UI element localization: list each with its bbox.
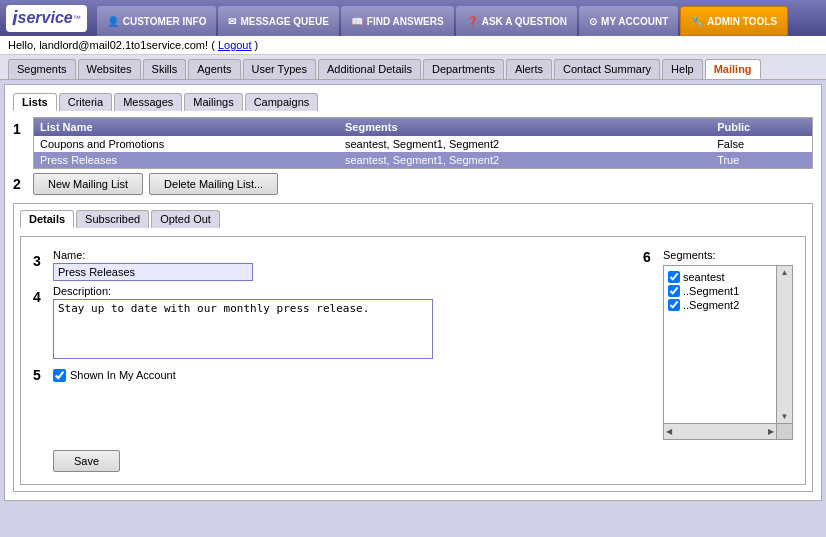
tab-contact-summary[interactable]: Contact Summary bbox=[554, 59, 660, 79]
greeting-text: Hello, landlord@mail02.1to1service.com! bbox=[8, 39, 208, 51]
shown-in-my-account-checkbox[interactable] bbox=[53, 369, 66, 382]
inner-tab-messages[interactable]: Messages bbox=[114, 93, 182, 111]
row-list-name-1: Coupons and Promotions bbox=[34, 136, 339, 152]
ask-question-label: ASK A QUESTION bbox=[482, 16, 567, 27]
inner-tab-lists[interactable]: Lists bbox=[13, 93, 57, 111]
row-public-2: True bbox=[711, 152, 812, 168]
list-table: List Name Segments Public Coupons and Pr… bbox=[34, 118, 812, 168]
tab-user-types[interactable]: User Types bbox=[243, 59, 316, 79]
logo: i service ™ bbox=[6, 5, 87, 32]
nav-tab-find-answers[interactable]: 📖 FIND ANSWERS bbox=[341, 6, 454, 36]
row-public-1: False bbox=[711, 136, 812, 152]
description-textarea[interactable] bbox=[53, 299, 433, 359]
col-segments: Segments bbox=[339, 118, 711, 136]
greeting-space: ( bbox=[211, 39, 215, 51]
tab-mailing[interactable]: Mailing bbox=[705, 59, 761, 79]
segment-item-segment1: ..Segment1 bbox=[668, 284, 772, 298]
main-area: Lists Criteria Messages Mailings Campaig… bbox=[4, 84, 822, 501]
delete-mailing-list-button[interactable]: Delete Mailing List... bbox=[149, 173, 278, 195]
section-3-label: 3 bbox=[33, 249, 49, 274]
inner-tabs: Lists Criteria Messages Mailings Campaig… bbox=[13, 93, 813, 111]
segment-label-segment1: ..Segment1 bbox=[683, 285, 739, 297]
col-public: Public bbox=[711, 118, 812, 136]
row-list-name-2: Press Releases bbox=[34, 152, 339, 168]
vscroll-down-icon[interactable]: ▼ bbox=[779, 410, 791, 423]
nav-tab-admin-tools[interactable]: 🔧 ADMIN TOOLS bbox=[680, 6, 788, 36]
find-answers-icon: 📖 bbox=[351, 16, 363, 27]
customer-info-icon: 👤 bbox=[107, 16, 119, 27]
greeting-bar: Hello, landlord@mail02.1to1service.com! … bbox=[0, 36, 826, 55]
segment-item-segment2: ..Segment2 bbox=[668, 298, 772, 312]
section-2-label: 2 bbox=[13, 176, 29, 192]
nav-tab-ask-question[interactable]: ❓ ASK A QUESTION bbox=[456, 6, 577, 36]
nav-tab-my-account[interactable]: ⊙ MY ACCOUNT bbox=[579, 6, 678, 36]
tab-websites[interactable]: Websites bbox=[78, 59, 141, 79]
greeting-close: ) bbox=[255, 39, 259, 51]
nav-tab-message-queue[interactable]: ✉ MESSAGE QUEUE bbox=[218, 6, 338, 36]
ask-question-icon: ❓ bbox=[466, 16, 478, 27]
logo-trademark: ™ bbox=[73, 14, 81, 23]
sub-nav: Segments Websites Skills Agents User Typ… bbox=[0, 55, 826, 80]
description-label: Description: bbox=[53, 285, 433, 297]
save-row: Save bbox=[33, 450, 793, 472]
my-account-icon: ⊙ bbox=[589, 16, 597, 27]
name-input[interactable] bbox=[53, 263, 253, 281]
row-segments-1: seantest, Segment1, Segment2 bbox=[339, 136, 711, 152]
section-4-label: 4 bbox=[33, 285, 49, 310]
tab-departments[interactable]: Departments bbox=[423, 59, 504, 79]
hscroll-left-icon[interactable]: ◀ bbox=[664, 425, 674, 438]
vscroll-track bbox=[780, 279, 790, 410]
segments-panel: Segments: seantest ..Segment1 bbox=[663, 249, 793, 440]
tab-alerts[interactable]: Alerts bbox=[506, 59, 552, 79]
nav-tab-customer-info[interactable]: 👤 CUSTOMER INFO bbox=[97, 6, 217, 36]
detail-tab-opted-out[interactable]: Opted Out bbox=[151, 210, 220, 228]
hscroll-right-icon[interactable]: ▶ bbox=[766, 425, 776, 438]
segment-item-seantest: seantest bbox=[668, 270, 772, 284]
save-button[interactable]: Save bbox=[53, 450, 120, 472]
nav-tabs-container: 👤 CUSTOMER INFO ✉ MESSAGE QUEUE 📖 FIND A… bbox=[97, 0, 788, 36]
vscroll-up-icon[interactable]: ▲ bbox=[779, 266, 791, 279]
vscroll-bar: ▲ ▼ bbox=[776, 266, 792, 423]
description-field-group: Description: bbox=[53, 285, 433, 361]
my-account-label: MY ACCOUNT bbox=[601, 16, 668, 27]
section-5-label: 5 bbox=[33, 367, 49, 383]
scroll-corner bbox=[776, 423, 792, 439]
customer-info-label: CUSTOMER INFO bbox=[123, 16, 207, 27]
segment-checkbox-segment1[interactable] bbox=[668, 285, 680, 297]
tab-skills[interactable]: Skills bbox=[143, 59, 187, 79]
segments-scroll-inner: seantest ..Segment1 ..Segment2 bbox=[664, 266, 776, 423]
inner-tab-campaigns[interactable]: Campaigns bbox=[245, 93, 319, 111]
list-table-container: List Name Segments Public Coupons and Pr… bbox=[33, 117, 813, 169]
new-mailing-list-button[interactable]: New Mailing List bbox=[33, 173, 143, 195]
logo-text: service bbox=[18, 9, 73, 27]
shown-in-my-account-label: Shown In My Account bbox=[70, 369, 176, 381]
tab-help[interactable]: Help bbox=[662, 59, 703, 79]
form-left: 3 Name: 4 Description: bbox=[33, 249, 623, 440]
detail-tab-details[interactable]: Details bbox=[20, 210, 74, 228]
table-row[interactable]: Press Releases seantest, Segment1, Segme… bbox=[34, 152, 812, 168]
section-6-label: 6 bbox=[643, 249, 659, 265]
logout-link[interactable]: Logout bbox=[218, 39, 252, 51]
admin-tools-icon: 🔧 bbox=[691, 16, 703, 27]
segment-checkbox-segment2[interactable] bbox=[668, 299, 680, 311]
table-row[interactable]: Coupons and Promotions seantest, Segment… bbox=[34, 136, 812, 152]
tab-segments[interactable]: Segments bbox=[8, 59, 76, 79]
row-segments-2: seantest, Segment1, Segment2 bbox=[339, 152, 711, 168]
inner-tab-mailings[interactable]: Mailings bbox=[184, 93, 242, 111]
segment-checkbox-seantest[interactable] bbox=[668, 271, 680, 283]
detail-tabs: Details Subscribed Opted Out bbox=[20, 210, 806, 228]
name-label: Name: bbox=[53, 249, 253, 261]
hscroll-bar: ◀ ▶ bbox=[664, 423, 776, 439]
message-queue-label: MESSAGE QUEUE bbox=[240, 16, 328, 27]
form-inner: 3 Name: 4 Description: bbox=[20, 236, 806, 485]
top-nav: i service ™ 👤 CUSTOMER INFO ✉ MESSAGE QU… bbox=[0, 0, 826, 36]
detail-tab-subscribed[interactable]: Subscribed bbox=[76, 210, 149, 228]
inner-tab-criteria[interactable]: Criteria bbox=[59, 93, 112, 111]
section-1-label: 1 bbox=[13, 117, 29, 142]
admin-tools-label: ADMIN TOOLS bbox=[707, 16, 777, 27]
details-panel: Details Subscribed Opted Out 3 Name: bbox=[13, 203, 813, 492]
tab-agents[interactable]: Agents bbox=[188, 59, 240, 79]
tab-additional-details[interactable]: Additional Details bbox=[318, 59, 421, 79]
segment-label-seantest: seantest bbox=[683, 271, 725, 283]
segments-label: Segments: bbox=[663, 249, 793, 261]
